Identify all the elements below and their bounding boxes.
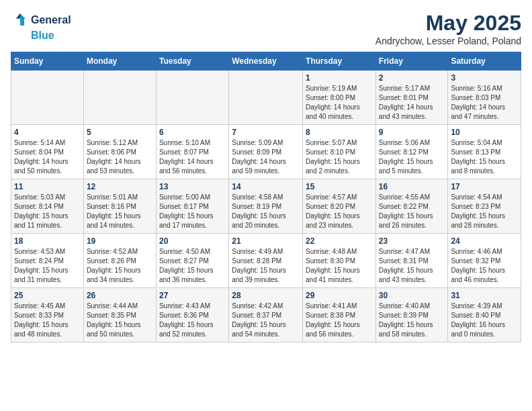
day-number: 25 [14, 291, 81, 300]
title-area: May 2025 Andrychow, Lesser Poland, Polan… [375, 11, 521, 46]
weekday-header-row: SundayMondayTuesdayWednesdayThursdayFrid… [11, 52, 521, 71]
day-info: Sunrise: 5:10 AM Sunset: 8:07 PM Dayligh… [159, 138, 226, 176]
calendar-week-row: 25Sunrise: 4:45 AM Sunset: 8:33 PM Dayli… [11, 288, 521, 342]
day-info: Sunrise: 5:14 AM Sunset: 8:04 PM Dayligh… [14, 138, 81, 176]
calendar-cell: 30Sunrise: 4:40 AM Sunset: 8:39 PM Dayli… [375, 288, 448, 342]
weekday-header-tuesday: Tuesday [156, 52, 228, 71]
calendar-week-row: 11Sunrise: 5:03 AM Sunset: 8:14 PM Dayli… [11, 179, 521, 234]
day-info: Sunrise: 4:58 AM Sunset: 8:19 PM Dayligh… [232, 193, 300, 230]
calendar-table: SundayMondayTuesdayWednesdayThursdayFrid… [11, 52, 521, 342]
day-info: Sunrise: 4:52 AM Sunset: 8:26 PM Dayligh… [87, 247, 153, 285]
calendar-cell: 21Sunrise: 4:49 AM Sunset: 8:28 PM Dayli… [229, 234, 303, 288]
weekday-header-thursday: Thursday [303, 52, 376, 71]
day-number: 17 [451, 182, 518, 191]
day-info: Sunrise: 4:55 AM Sunset: 8:22 PM Dayligh… [379, 193, 445, 230]
day-info: Sunrise: 4:53 AM Sunset: 8:24 PM Dayligh… [14, 247, 81, 285]
day-number: 6 [159, 128, 226, 137]
day-number: 12 [87, 182, 153, 191]
day-number: 9 [379, 128, 445, 137]
calendar-cell: 6Sunrise: 5:10 AM Sunset: 8:07 PM Daylig… [156, 125, 228, 179]
day-number: 20 [159, 236, 226, 246]
calendar-week-row: 1Sunrise: 5:19 AM Sunset: 8:00 PM Daylig… [11, 71, 521, 125]
day-number: 21 [232, 236, 300, 246]
calendar-cell: 11Sunrise: 5:03 AM Sunset: 8:14 PM Dayli… [11, 179, 84, 234]
day-info: Sunrise: 4:40 AM Sunset: 8:39 PM Dayligh… [379, 302, 445, 339]
calendar-cell: 22Sunrise: 4:48 AM Sunset: 8:30 PM Dayli… [303, 234, 376, 288]
day-info: Sunrise: 4:46 AM Sunset: 8:32 PM Dayligh… [451, 247, 518, 285]
weekday-header-friday: Friday [375, 52, 448, 71]
calendar-cell: 20Sunrise: 4:50 AM Sunset: 8:27 PM Dayli… [156, 234, 228, 288]
day-info: Sunrise: 5:01 AM Sunset: 8:16 PM Dayligh… [87, 193, 153, 230]
day-info: Sunrise: 5:19 AM Sunset: 8:00 PM Dayligh… [306, 84, 373, 122]
calendar-cell: 28Sunrise: 4:42 AM Sunset: 8:37 PM Dayli… [229, 288, 303, 342]
calendar-cell: 25Sunrise: 4:45 AM Sunset: 8:33 PM Dayli… [11, 288, 84, 342]
day-number: 26 [87, 291, 153, 300]
weekday-header-wednesday: Wednesday [229, 52, 303, 71]
weekday-header-saturday: Saturday [448, 52, 521, 71]
svg-marker-0 [16, 13, 26, 26]
calendar-cell: 29Sunrise: 4:41 AM Sunset: 8:38 PM Dayli… [303, 288, 376, 342]
calendar-cell: 4Sunrise: 5:14 AM Sunset: 8:04 PM Daylig… [11, 125, 84, 179]
day-number: 3 [451, 73, 518, 83]
calendar-cell: 27Sunrise: 4:43 AM Sunset: 8:36 PM Dayli… [156, 288, 228, 342]
calendar-cell: 16Sunrise: 4:55 AM Sunset: 8:22 PM Dayli… [375, 179, 448, 234]
day-number: 13 [159, 182, 226, 191]
day-number: 28 [232, 291, 300, 300]
calendar-cell [11, 71, 84, 125]
calendar-cell: 13Sunrise: 5:00 AM Sunset: 8:17 PM Dayli… [156, 179, 228, 234]
day-number: 2 [379, 73, 445, 83]
calendar-cell: 31Sunrise: 4:39 AM Sunset: 8:40 PM Dayli… [448, 288, 521, 342]
day-info: Sunrise: 4:57 AM Sunset: 8:20 PM Dayligh… [306, 193, 373, 230]
day-info: Sunrise: 5:12 AM Sunset: 8:06 PM Dayligh… [87, 138, 153, 176]
day-number: 23 [379, 236, 445, 246]
logo-text-blue: Blue [31, 30, 54, 42]
day-number: 19 [87, 236, 153, 246]
day-info: Sunrise: 4:48 AM Sunset: 8:30 PM Dayligh… [306, 247, 373, 285]
day-info: Sunrise: 5:07 AM Sunset: 8:10 PM Dayligh… [306, 138, 373, 176]
day-info: Sunrise: 4:50 AM Sunset: 8:27 PM Dayligh… [159, 247, 226, 285]
day-number: 4 [14, 128, 81, 137]
calendar-cell: 2Sunrise: 5:17 AM Sunset: 8:01 PM Daylig… [375, 71, 448, 125]
calendar-cell: 3Sunrise: 5:16 AM Sunset: 8:03 PM Daylig… [448, 71, 521, 125]
page-header: General Blue May 2025 Andrychow, Lesser … [11, 11, 521, 46]
day-info: Sunrise: 4:47 AM Sunset: 8:31 PM Dayligh… [379, 247, 445, 285]
day-number: 31 [451, 291, 518, 300]
day-number: 11 [14, 182, 81, 191]
day-number: 16 [379, 182, 445, 191]
day-number: 18 [14, 236, 81, 246]
weekday-header-monday: Monday [83, 52, 156, 71]
day-info: Sunrise: 4:41 AM Sunset: 8:38 PM Dayligh… [306, 302, 373, 339]
calendar-cell: 24Sunrise: 4:46 AM Sunset: 8:32 PM Dayli… [448, 234, 521, 288]
day-info: Sunrise: 5:16 AM Sunset: 8:03 PM Dayligh… [451, 84, 518, 122]
calendar-cell: 23Sunrise: 4:47 AM Sunset: 8:31 PM Dayli… [375, 234, 448, 288]
day-info: Sunrise: 4:44 AM Sunset: 8:35 PM Dayligh… [87, 302, 153, 339]
day-info: Sunrise: 5:00 AM Sunset: 8:17 PM Dayligh… [159, 193, 226, 230]
day-info: Sunrise: 5:09 AM Sunset: 8:09 PM Dayligh… [232, 138, 300, 176]
day-info: Sunrise: 4:42 AM Sunset: 8:37 PM Dayligh… [232, 302, 300, 339]
calendar-cell: 14Sunrise: 4:58 AM Sunset: 8:19 PM Dayli… [229, 179, 303, 234]
day-number: 15 [306, 182, 373, 191]
day-info: Sunrise: 5:17 AM Sunset: 8:01 PM Dayligh… [379, 84, 445, 122]
weekday-header-sunday: Sunday [11, 52, 84, 71]
day-info: Sunrise: 5:03 AM Sunset: 8:14 PM Dayligh… [14, 193, 81, 230]
day-number: 5 [87, 128, 153, 137]
calendar-cell: 10Sunrise: 5:04 AM Sunset: 8:13 PM Dayli… [448, 125, 521, 179]
calendar-cell: 1Sunrise: 5:19 AM Sunset: 8:00 PM Daylig… [303, 71, 376, 125]
day-number: 8 [306, 128, 373, 137]
day-number: 22 [306, 236, 373, 246]
calendar-cell [229, 71, 303, 125]
logo-bird-icon [11, 11, 30, 30]
calendar-cell: 19Sunrise: 4:52 AM Sunset: 8:26 PM Dayli… [83, 234, 156, 288]
day-number: 7 [232, 128, 300, 137]
day-number: 30 [379, 291, 445, 300]
day-number: 27 [159, 291, 226, 300]
calendar-cell: 12Sunrise: 5:01 AM Sunset: 8:16 PM Dayli… [83, 179, 156, 234]
calendar-cell: 15Sunrise: 4:57 AM Sunset: 8:20 PM Dayli… [303, 179, 376, 234]
calendar-cell: 5Sunrise: 5:12 AM Sunset: 8:06 PM Daylig… [83, 125, 156, 179]
day-number: 1 [306, 73, 373, 83]
calendar-cell: 8Sunrise: 5:07 AM Sunset: 8:10 PM Daylig… [303, 125, 376, 179]
logo-text-general: General [31, 14, 71, 26]
day-info: Sunrise: 4:54 AM Sunset: 8:23 PM Dayligh… [451, 193, 518, 230]
day-number: 24 [451, 236, 518, 246]
calendar-cell [156, 71, 228, 125]
